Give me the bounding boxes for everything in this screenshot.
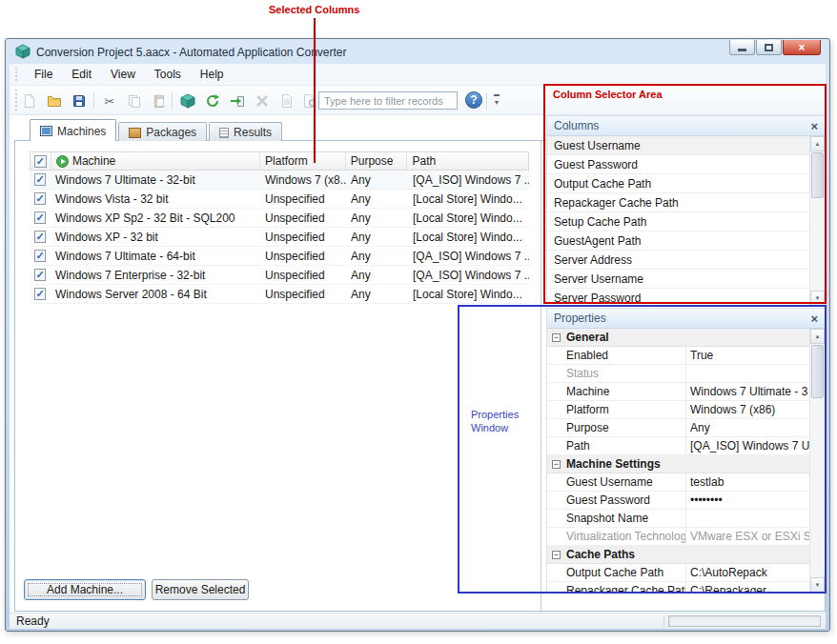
overflow-bar-icon (494, 94, 500, 96)
purpose-cell: Any (346, 228, 408, 246)
platform-cell: Unspecified (260, 190, 346, 208)
path-cell: [QA_ISO] Windows 7 ... (408, 247, 529, 265)
status-divider (663, 615, 664, 627)
menu-help[interactable]: Help (191, 65, 234, 84)
tab-strip: MachinesPackagesResults (30, 119, 282, 141)
view-log-button[interactable] (299, 91, 320, 111)
open-project-button[interactable] (44, 91, 65, 111)
machine-table-body: Windows 7 Ultimate - 32-bitWindows 7 (x8… (30, 171, 529, 304)
scissors-icon (105, 95, 115, 108)
menu-view[interactable]: View (101, 65, 145, 84)
clipboard-icon (152, 93, 167, 109)
import-arrow-icon (230, 93, 245, 109)
purpose-cell: Any (346, 247, 408, 265)
path-cell: [QA_ISO] Windows 7 ... (408, 266, 529, 284)
minimize-button[interactable] (729, 40, 755, 55)
machine-row[interactable]: Windows 7 Ultimate - 64-bitUnspecifiedAn… (30, 247, 529, 266)
save-project-button[interactable] (69, 91, 90, 111)
new-project-button[interactable] (19, 91, 40, 111)
menu-tools[interactable]: Tools (145, 65, 191, 84)
purpose-cell: Any (346, 209, 408, 227)
annotation-properties-line2: Window (471, 421, 519, 434)
save-icon (71, 93, 87, 109)
open-folder-icon (47, 93, 62, 109)
close-icon (798, 42, 805, 53)
app-icon (15, 44, 31, 59)
chevron-down-icon (492, 99, 501, 106)
grip-handle (15, 68, 17, 81)
toolbar-separator (486, 92, 487, 110)
new-document-icon (22, 93, 37, 109)
run-conversion-button[interactable] (227, 91, 248, 111)
grip-handle (15, 90, 17, 111)
cut-button[interactable] (99, 91, 120, 111)
row-checkbox[interactable] (34, 231, 46, 243)
row-checkbox[interactable] (34, 173, 46, 186)
annotation-properties-line1: Properties (471, 408, 519, 421)
purpose-cell: Any (346, 171, 408, 189)
copy-button[interactable] (124, 91, 145, 111)
add-machine-button[interactable]: Add Machine... (24, 579, 146, 600)
machine-row[interactable]: Windows Server 2008 - 64 BitUnspecifiedA… (30, 285, 529, 304)
menu-items: FileEditViewToolsHelp (25, 65, 234, 84)
machine-row[interactable]: Windows XP - 32 bitUnspecifiedAny[Local … (30, 228, 529, 247)
row-checkbox[interactable] (34, 288, 46, 300)
machine-name-cell: Windows Server 2008 - 64 Bit (51, 285, 260, 303)
menu-edit[interactable]: Edit (62, 65, 101, 84)
filter-input[interactable] (318, 91, 458, 110)
remove-selected-button[interactable]: Remove Selected (152, 579, 249, 600)
path-cell: [Local Store] Windo... (408, 190, 529, 208)
row-checkbox[interactable] (34, 192, 46, 205)
row-checkbox[interactable] (34, 211, 46, 224)
path-cell: [Local Store] Windo... (408, 228, 529, 246)
machine-row[interactable]: Windows 7 Enterprise - 32-bitUnspecified… (30, 266, 529, 285)
machine-name-cell: Windows Vista - 32 bit (51, 190, 260, 208)
platform-cell: Unspecified (260, 228, 346, 246)
packages-tab-icon (129, 128, 141, 138)
row-checkbox[interactable] (34, 250, 46, 262)
document-icon (279, 93, 295, 109)
refresh-button[interactable] (202, 91, 223, 111)
minimize-icon (738, 49, 746, 51)
machine-column-header[interactable]: Machine (51, 152, 260, 170)
select-all-checkbox[interactable] (34, 155, 47, 168)
machine-cube-icon (180, 93, 195, 109)
machine-row[interactable]: Windows XP Sp2 - 32 Bit - SQL200Unspecif… (30, 209, 529, 228)
help-button[interactable] (465, 91, 482, 109)
tab-label: Packages (146, 126, 196, 139)
tab-label: Results (234, 126, 272, 139)
platform-column-header[interactable]: Platform (260, 152, 346, 170)
machine-name-cell: Windows 7 Enterprise - 32-bit (51, 266, 260, 284)
x-icon (255, 93, 270, 109)
view-report-button[interactable] (276, 91, 297, 111)
annotation-column-selector-label: Column Selector Area (553, 89, 663, 100)
screenshot: Conversion Project 5.aacx - Automated Ap… (0, 0, 837, 644)
platform-cell: Unspecified (260, 247, 346, 265)
path-cell: [Local Store] Windo... (408, 285, 529, 303)
platform-cell: Unspecified (260, 285, 346, 303)
status-bar: Ready (10, 613, 826, 629)
close-button[interactable] (783, 40, 821, 55)
maximize-button[interactable] (756, 40, 782, 55)
paste-button[interactable] (149, 91, 170, 111)
path-cell: [QA_ISO] Windows 7 ... (408, 171, 529, 189)
toolbar-separator (172, 92, 173, 110)
delete-button[interactable] (252, 91, 273, 111)
machine-row[interactable]: Windows 7 Ultimate - 32-bitWindows 7 (x8… (30, 171, 529, 190)
row-checkbox[interactable] (34, 269, 46, 281)
machine-name-cell: Windows XP - 32 bit (51, 228, 260, 246)
tab-machines[interactable]: Machines (30, 119, 116, 141)
menu-file[interactable]: File (25, 65, 62, 84)
toolbar-overflow-button[interactable] (492, 92, 501, 110)
purpose-column-header[interactable]: Purpose (346, 152, 408, 170)
add-machine-toolbar-button[interactable] (177, 91, 198, 111)
machine-row[interactable]: Windows Vista - 32 bitUnspecifiedAny[Loc… (30, 190, 529, 209)
platform-cell: Windows 7 (x8... (260, 171, 346, 189)
tab-results[interactable]: Results (209, 122, 282, 141)
purpose-cell: Any (346, 266, 408, 284)
machine-name-cell: Windows 7 Ultimate - 32-bit (51, 171, 260, 189)
purpose-cell: Any (346, 190, 408, 208)
tab-packages[interactable]: Packages (118, 122, 207, 141)
annotation-column-selector-box (543, 84, 827, 304)
path-column-header[interactable]: Path (407, 152, 528, 170)
